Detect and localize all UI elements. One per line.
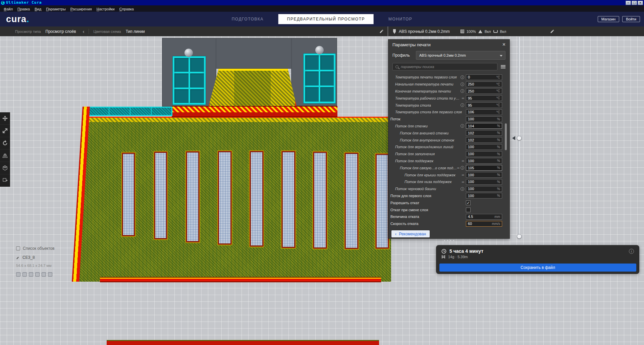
edit-view-pencil-icon[interactable]	[379, 29, 384, 34]
stage-tab-0[interactable]: ПОДГОТОВКА	[232, 17, 264, 21]
maximize-button[interactable]: □	[632, 1, 637, 5]
setting-label: Скорость отката	[388, 222, 464, 226]
setting-row[interactable]: Скорость отката 60mm/s	[388, 220, 509, 227]
setting-value-field[interactable]: 105%	[466, 165, 502, 171]
panel-scrollbar-thumb[interactable]	[505, 123, 507, 150]
window-titlebar[interactable]: C Ultimaker Cura − □ ×	[0, 0, 644, 5]
setting-row[interactable]: Поток 100%	[388, 116, 509, 123]
setting-row[interactable]: Поток для первого слоя 100%	[388, 192, 509, 199]
setting-row[interactable]: Поток для стенки i 104%	[388, 123, 509, 130]
setting-value-field[interactable]: 102%	[466, 137, 502, 143]
view-config-bar[interactable]: Просмотр типа Просмотр слоёв ‹ Цветовая …	[0, 26, 388, 36]
setting-value-field[interactable]: 95°C	[466, 95, 502, 101]
setting-value-field[interactable]: 100%	[466, 151, 502, 157]
minimize-button[interactable]: −	[626, 1, 631, 5]
setting-value-field[interactable]: 100%	[466, 144, 502, 150]
setting-value-field[interactable]: 250°C	[466, 81, 502, 87]
menu-item[interactable]: Файл	[1, 7, 15, 11]
camera-view-icon[interactable]	[29, 272, 33, 277]
camera-view-icon[interactable]	[42, 272, 46, 277]
camera-view-icon[interactable]	[35, 272, 40, 277]
setting-row[interactable]: Поток для верхних/нижних линий 100%	[388, 143, 509, 151]
menu-item[interactable]: Расширения	[68, 7, 94, 11]
setting-row[interactable]: Температура стола для первого слоя 106°C	[388, 109, 509, 116]
setting-value-field[interactable]: 100%	[466, 158, 502, 164]
recommended-mode-button[interactable]: ‹ Рекомендован	[391, 230, 430, 237]
menu-item[interactable]: Правка	[15, 7, 32, 11]
setting-value-field[interactable]: 102%	[466, 130, 502, 136]
view-type-value[interactable]: Просмотр слоёв	[46, 29, 76, 34]
color-scheme-label: Цветовая схема	[94, 30, 121, 34]
marketplace-button[interactable]: Магазин	[598, 16, 619, 22]
setting-row[interactable]: Поток для связую…о слоя поддержек ∞i 105…	[388, 164, 509, 171]
color-scheme-value[interactable]: Тип линии	[126, 29, 145, 34]
setting-row[interactable]: Температура печати первого слоя i 0°C	[388, 74, 509, 81]
support-blocker-button[interactable]	[0, 174, 10, 187]
info-icon[interactable]: i	[629, 249, 634, 254]
camera-view-icon[interactable]	[22, 272, 27, 277]
setting-row[interactable]: Конечная температура печати i 250°C	[388, 88, 509, 95]
setting-visibility-menu-icon[interactable]	[501, 65, 505, 68]
setting-row[interactable]: Величина отката 4.5mm	[388, 213, 509, 220]
edit-setup-pencil-icon[interactable]	[550, 29, 554, 34]
setting-value-field[interactable]: 106°C	[466, 109, 502, 115]
print-setup-bar[interactable]: ABS прочный 0.2мм 0.2mm 100% Вкл Вкл	[388, 26, 644, 36]
per-model-settings-button[interactable]	[0, 162, 10, 174]
menu-item[interactable]: Настройки	[94, 7, 117, 11]
setting-value-field[interactable]: 100%	[466, 186, 502, 192]
profile-select-value: ABS прочный 0.2мм 0.2mm	[419, 53, 466, 57]
setting-row[interactable]: Поток для крыши поддержек ∞ 100%	[388, 171, 509, 178]
setting-row[interactable]: Разрешить откат ✓	[388, 199, 509, 206]
setting-row[interactable]: Начальная температура печати i 250°C	[388, 81, 509, 88]
setting-value-field[interactable]: 100%	[466, 172, 502, 178]
menu-item[interactable]: Вид	[32, 7, 44, 11]
setting-checkbox[interactable]	[466, 208, 471, 212]
setting-value-field[interactable]: 60mm/s	[466, 221, 502, 227]
menu-item[interactable]: Параметры	[44, 7, 68, 11]
setting-row[interactable]: Температура рабочего стола по умолчанию …	[388, 95, 509, 102]
stage-tab-2[interactable]: МОНИТОР	[388, 17, 412, 21]
setting-value-field[interactable]: 0°C	[466, 74, 502, 80]
object-list-header[interactable]: Список объектов	[16, 246, 54, 251]
search-input[interactable]: параметры поиска	[392, 63, 497, 70]
profile-select[interactable]: ABS прочный 0.2мм 0.2mm	[416, 51, 505, 60]
setting-value-field[interactable]: 4.5mm	[466, 214, 502, 220]
object-list-item[interactable]: CE3_8	[16, 255, 54, 260]
setting-row[interactable]: Поток для заполнения 100%	[388, 151, 509, 158]
setting-value-field[interactable]: 250°C	[466, 88, 502, 94]
setting-row[interactable]: Поток для низа поддержек ∞ 100%	[388, 178, 509, 185]
sign-in-button[interactable]: Войти	[622, 16, 640, 22]
panel-close-icon[interactable]: ×	[502, 42, 505, 47]
setting-checkbox[interactable]: ✓	[466, 200, 471, 205]
setting-value-field[interactable]: 100%	[466, 179, 502, 185]
print-setup-summary[interactable]: ABS прочный 0.2мм 0.2mm 100% Вкл Вкл	[392, 29, 510, 34]
setting-row[interactable]: Поток черновой башни i 100%	[388, 185, 509, 192]
setting-label: Конечная температура печати	[388, 89, 461, 93]
3d-viewport[interactable]: Просмотр типа Просмотр слоёв ‹ Цветовая …	[0, 26, 644, 345]
setting-value-field[interactable]: 95°C	[466, 102, 502, 108]
setting-row[interactable]: Откат при смене слоя	[388, 206, 509, 213]
move-tool-button[interactable]	[0, 112, 10, 125]
panel-scrollbar[interactable]	[505, 76, 507, 229]
close-button[interactable]: ×	[638, 1, 643, 5]
setting-value-field[interactable]: 100%	[466, 116, 502, 122]
setting-row[interactable]: Температура стола i 95°C	[388, 102, 509, 109]
setting-icons: i	[461, 187, 464, 191]
model-window-slot	[122, 153, 135, 236]
layer-slider-handle-top[interactable]	[517, 136, 522, 140]
mirror-tool-button[interactable]	[0, 150, 10, 162]
setting-row[interactable]: Поток для внутренних стенок 102%	[388, 136, 509, 143]
menu-item[interactable]: Справка	[117, 7, 136, 11]
layer-slider-handle-bottom[interactable]	[517, 234, 522, 239]
scale-tool-button[interactable]	[0, 125, 10, 137]
camera-view-icon[interactable]	[48, 272, 52, 277]
rotate-tool-button[interactable]	[0, 137, 10, 150]
stage-tab-1[interactable]: ПРЕДВАРИТЕЛЬНЫЙ ПРОСМОТР	[278, 14, 374, 24]
setting-row[interactable]: Поток для внешней стенки 102%	[388, 129, 509, 136]
setting-row[interactable]: Поток для поддержек ∞ 100%	[388, 158, 509, 165]
collapse-chevron-icon[interactable]: ‹	[83, 28, 85, 34]
setting-value-field[interactable]: 100%	[466, 193, 502, 198]
camera-view-icon[interactable]	[16, 272, 20, 277]
save-to-file-button[interactable]: Сохранить в файл	[439, 264, 636, 272]
setting-value-field[interactable]: 104%	[466, 123, 502, 129]
